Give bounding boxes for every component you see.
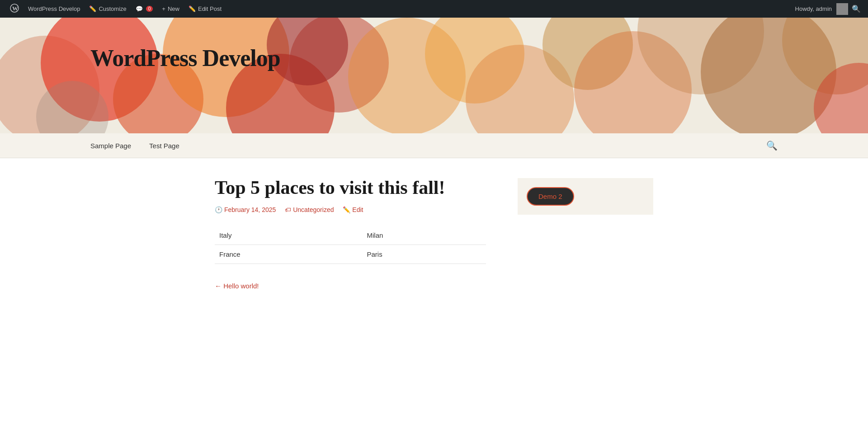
wp-logo-link[interactable]: W (5, 0, 24, 18)
table-cell-city-2: Paris (363, 245, 486, 264)
clock-icon: 🕐 (215, 206, 224, 213)
comments-link[interactable]: 💬 0 (131, 0, 158, 18)
main-content: Top 5 places to visit this fall! 🕐 Febru… (124, 158, 744, 308)
prev-post-link[interactable]: ← Hello world! (215, 282, 259, 290)
site-title[interactable]: WordPress Develop (0, 18, 868, 71)
post-date-link[interactable]: February 14, 2025 (224, 206, 276, 213)
post-meta: 🕐 February 14, 2025 🏷 Uncategorized ✏️ E… (215, 206, 491, 213)
table-cell-country-1: Italy (215, 226, 363, 245)
new-label: New (168, 5, 179, 12)
post-category-link[interactable]: Uncategorized (293, 206, 334, 213)
table-cell-city-1: Milan (363, 226, 486, 245)
wp-logo-icon: W (10, 4, 19, 14)
table-row: Italy Milan (215, 226, 486, 245)
svg-text:W: W (12, 5, 18, 12)
new-link[interactable]: + New (157, 0, 184, 18)
avatar[interactable] (836, 3, 848, 15)
prev-post-title: Hello world! (223, 282, 259, 290)
content-area: Top 5 places to visit this fall! 🕐 Febru… (215, 176, 491, 290)
edit-post-link[interactable]: ✏️ Edit Post (184, 0, 226, 18)
site-name-label: WordPress Develop (28, 5, 80, 12)
site-nav: Sample Page Test Page 🔍 (0, 133, 868, 158)
prev-post-link-container: ← Hello world! (215, 282, 491, 290)
sidebar-widget: Demo 2 (518, 178, 653, 215)
admin-search-icon[interactable]: 🔍 (850, 3, 863, 15)
nav-links: Sample Page Test Page (90, 142, 179, 150)
post-edit-link[interactable]: Edit (352, 206, 363, 213)
site-name-link[interactable]: WordPress Develop (24, 0, 85, 18)
customize-icon: ✏️ (89, 5, 96, 12)
customize-label: Customize (99, 5, 126, 12)
post-edit: ✏️ Edit (343, 206, 363, 213)
comments-icon: 💬 (136, 5, 143, 12)
edit-post-label: Edit Post (198, 5, 222, 12)
table-row: France Paris (215, 245, 486, 264)
post-category: 🏷 Uncategorized (285, 206, 334, 213)
category-icon: 🏷 (285, 206, 293, 213)
nav-search-icon[interactable]: 🔍 (766, 140, 778, 151)
howdy-text: Howdy, admin (795, 5, 832, 12)
nav-sample-page[interactable]: Sample Page (90, 142, 131, 150)
prev-arrow-icon: ← (215, 282, 222, 290)
comments-count: 0 (146, 6, 153, 12)
edit-icon: ✏️ (343, 206, 352, 213)
nav-test-page[interactable]: Test Page (149, 142, 179, 150)
admin-bar-right: Howdy, admin 🔍 (795, 3, 863, 15)
post-table: Italy Milan France Paris (215, 226, 486, 264)
sidebar: Demo 2 (518, 176, 653, 290)
admin-bar-left: W WordPress Develop ✏️ Customize 💬 0 + N… (5, 0, 795, 18)
demo-button[interactable]: Demo 2 (527, 187, 574, 206)
customize-link[interactable]: ✏️ Customize (85, 0, 131, 18)
post-title: Top 5 places to visit this fall! (215, 176, 491, 199)
site-header: WordPress Develop (0, 18, 868, 133)
post-navigation: ← Hello world! (215, 282, 491, 290)
new-plus-icon: + (162, 5, 165, 12)
post-date: 🕐 February 14, 2025 (215, 206, 276, 213)
edit-post-icon: ✏️ (189, 5, 196, 12)
table-cell-country-2: France (215, 245, 363, 264)
admin-bar: W WordPress Develop ✏️ Customize 💬 0 + N… (0, 0, 868, 18)
